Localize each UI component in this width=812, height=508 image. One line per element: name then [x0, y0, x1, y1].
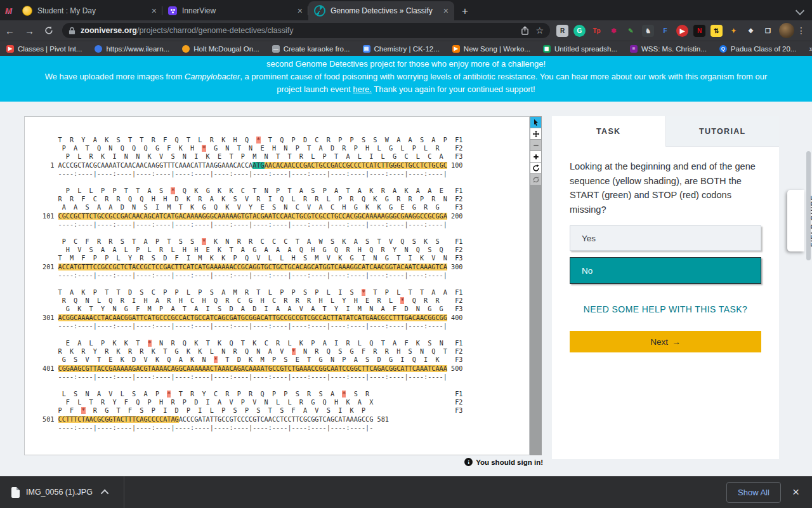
sequence-nucleotide-row: 301 ACGGCAAAACCTACAACGGATTCATGCCCGCCACTG…	[43, 314, 529, 322]
gold-favicon-icon	[22, 6, 32, 16]
extension-icon[interactable]: ✦	[728, 25, 740, 37]
bookmarks-overflow-icon[interactable]: »	[809, 44, 812, 53]
viewer-tool-zoom-out-button[interactable]	[530, 140, 541, 150]
tab-close-icon[interactable]: ×	[298, 6, 303, 16]
file-icon	[11, 487, 20, 498]
sequence-block: T R Y A K S T T R F Q T L R K H Q * T Q …	[43, 136, 529, 178]
viewer-toolbar	[530, 116, 542, 455]
viewer-tool-cursor-button[interactable]	[530, 117, 541, 128]
sequence-frame-row-f2: H V S A A L P L R L H H E K T A G A A A …	[43, 246, 529, 254]
bookmark-item[interactable]: ≡WSS: Ms. Christin...	[630, 45, 707, 53]
bookmark-item[interactable]: ▶New Song | Worko...	[452, 45, 530, 53]
bookmark-item[interactable]: ▦Untitled spreadsh...	[543, 45, 617, 53]
task-question: Looking at the beginning and end of the …	[570, 159, 761, 217]
sequence-frame-row-f1: T A K P T T D S C P P L P S A M R T L P …	[43, 288, 529, 297]
forward-button[interactable]: →	[25, 25, 34, 36]
address-bar[interactable]: zooniverse.org /projects/charrod/genome-…	[62, 23, 550, 38]
extension-icon[interactable]: ✽	[608, 25, 620, 37]
sequence-frame-row-f2: R R F C R R Q Q H H D K R A K S V R I Q …	[43, 195, 529, 203]
show-all-button[interactable]: Show All	[726, 482, 781, 503]
download-item[interactable]: IMG_0056 (1).JPG	[0, 476, 108, 508]
bookmark-favicon-icon: ▶	[452, 45, 460, 53]
sequence-nucleotide-row: 401 CGGAAGCGTTACCGAAAAAGACGTAAAACAGGCAAA…	[43, 364, 529, 373]
sequence-frame-row-f2: R Q N L Q R I H A R H C H Q R C G H C R …	[43, 297, 529, 305]
browser-menu-icon[interactable]: ⋮	[797, 25, 806, 36]
extension-icon[interactable]: ❐	[762, 25, 774, 37]
reload-button[interactable]	[44, 26, 53, 35]
profile-avatar[interactable]	[779, 23, 794, 38]
bookmark-favicon-icon: —	[272, 45, 280, 53]
zooniverse-favicon-icon	[314, 5, 325, 17]
bookmark-favicon-icon: ▦	[543, 45, 551, 53]
signin-note: i You should sign in!	[464, 458, 543, 466]
close-download-bar-icon[interactable]: ×	[792, 485, 799, 499]
url-host: zooniverse.org	[81, 26, 137, 35]
browser-tab-3[interactable]: Genome Detectives » Classify×	[308, 1, 454, 20]
tab-title: Genome Detectives » Classify	[331, 6, 440, 15]
extension-icon[interactable]: N	[693, 25, 705, 37]
banner-line-2: We have uploaded more images from Campyl…	[13, 70, 799, 83]
extension-icon[interactable]: ♞	[642, 25, 654, 37]
answer-no-button[interactable]: No	[570, 257, 761, 284]
tab-tutorial[interactable]: TUTORIAL	[665, 116, 780, 147]
tab-task[interactable]: TASK	[552, 116, 665, 147]
tab-close-icon[interactable]: ×	[152, 6, 157, 16]
extension-icon[interactable]: ▶	[676, 25, 688, 37]
m-logo-icon: M	[0, 1, 16, 20]
bookmark-favicon-icon: Q	[719, 45, 727, 53]
browser-tab-2[interactable]: InnerView×	[162, 1, 308, 20]
answer-yes-button[interactable]: Yes	[570, 225, 761, 251]
extension-icon[interactable]: ❖	[745, 25, 757, 37]
bookmark-favicon-icon: ≡	[630, 45, 638, 53]
viewer-tool-zoom-in-button[interactable]	[530, 151, 541, 162]
arrow-right-icon: →	[672, 337, 681, 347]
sequence-ruler-row: ----:----|----:----|----:----|----:----|…	[43, 424, 529, 432]
extension-icon[interactable]: R	[556, 25, 568, 37]
sequence-nucleotide-row: 201 ACCATGTTTCCGCCGCTCTACCGCTCCGACTTCATC…	[43, 263, 529, 271]
sequence-frame-row-f2: P A T Q N Q Q Q G F K H * G N T N E H N …	[43, 144, 529, 152]
field-guide-tab[interactable]: FIELD GUIDE	[787, 190, 804, 251]
bookmark-item[interactable]: QPadua Class of 20...	[719, 45, 797, 53]
bookmark-label: Padua Class of 20...	[731, 45, 797, 53]
extension-icon[interactable]: G	[573, 25, 586, 37]
bookmark-star-icon[interactable]: ☆	[535, 25, 544, 36]
sequence-ruler-row: ----:----|----:----|----:----|----:----|…	[43, 170, 529, 178]
next-button[interactable]: Next→	[570, 331, 761, 352]
extension-icon[interactable]: F	[659, 25, 671, 37]
extension-icon[interactable]: Tp	[591, 25, 603, 37]
sequence-content: T R Y A K S T T R F Q T L R K H Q * T Q …	[25, 117, 529, 432]
back-button[interactable]: ←	[5, 25, 15, 36]
tab-title: Student : My Day	[37, 6, 148, 15]
share-icon[interactable]	[521, 26, 529, 35]
browser-tab-strip: M Student : My Day×InnerView×Genome Dete…	[0, 0, 812, 20]
tab-close-icon[interactable]: ×	[443, 6, 449, 16]
bookmark-item[interactable]: Holt McDougal On...	[182, 45, 259, 53]
extension-icon[interactable]: ⇅	[710, 25, 723, 37]
sequence-frame-row-f3: T M F P P L Y R S D F I M K K P Q V L L …	[43, 254, 529, 262]
bookmark-item[interactable]: https://www.ilearn...	[95, 45, 169, 53]
sequence-block: T A K P T T D S C P P L P S A M R T L P …	[43, 288, 529, 330]
bookmark-item[interactable]: —Create karaoke fro...	[272, 45, 350, 53]
bookmark-item[interactable]: ▤Chemistry | CK-12...	[363, 45, 440, 53]
download-filename: IMG_0056 (1).JPG	[26, 488, 93, 497]
sequence-nucleotide-row: 501 CCTTTCTAACGCGGTACTTTCAGCCCCATAGACCCG…	[43, 415, 529, 424]
banner-here-link[interactable]: here.	[353, 84, 372, 94]
viewer-tool-rotate-cw-button[interactable]	[530, 163, 541, 173]
extension-icon[interactable]: ✎	[625, 25, 637, 37]
viewer-tool-move-button[interactable]	[530, 128, 541, 139]
sequence-frame-row-f3: A A S A A D N S I M T K G Q K V Y E S N …	[43, 203, 529, 211]
viewer-tool-reset-button[interactable]	[530, 174, 541, 185]
new-tab-button[interactable]: +	[454, 5, 476, 20]
divider	[124, 476, 124, 508]
sequence-block: E A L P K K T * N R Q K T K Q T K C R L …	[43, 339, 529, 381]
browser-tab-1[interactable]: Student : My Day×	[16, 1, 162, 20]
task-help-link[interactable]: NEED SOME HELP WITH THIS TASK?	[570, 304, 761, 314]
bookmark-item[interactable]: ▶Classes | Pivot Int...	[6, 45, 82, 53]
sequence-viewer[interactable]: T R Y A K S T T R F Q T L R K H Q * T Q …	[24, 116, 530, 455]
chevron-up-icon[interactable]	[101, 489, 109, 497]
bookmark-favicon-icon	[95, 45, 102, 53]
sequence-frame-row-f1: P L L P P T T A S * Q K G K K C T N P T …	[43, 187, 529, 195]
chevron-down-icon[interactable]	[796, 6, 804, 15]
bookmark-list: ▶Classes | Pivot Int...https://www.ilear…	[6, 45, 809, 53]
page-scrollbar-thumb[interactable]	[806, 151, 811, 260]
